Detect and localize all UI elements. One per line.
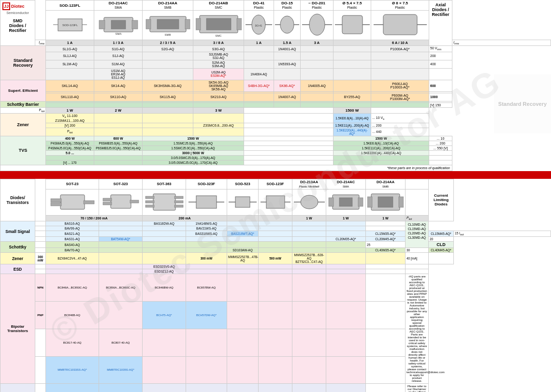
- qualification-row: *these parts are in process of qualifica…: [0, 165, 551, 171]
- svg-rect-7: [111, 20, 126, 29]
- bipolar-row4: MMBTRC1033SS-AQ* MMBTRC1035S-AQ*: [0, 356, 551, 384]
- draw-do201: [301, 11, 334, 40]
- tvs-row3: 3.0/5.0SMCJ5.0(A)...170(A)-AQ: [0, 155, 551, 160]
- sr-v1000-sma: S1M-AQ: [94, 60, 143, 68]
- bottom-pkg-drawings: [0, 189, 551, 215]
- tvs-3000: 5.0 ... 3000 | 5000 W 1.5KE220C(A)...440…: [0, 150, 551, 155]
- sod523-svg: [229, 190, 257, 214]
- bp-bc817: BC817-40-AQ: [46, 329, 99, 356]
- sr-v50-label: 50 Vrrm: [429, 46, 452, 52]
- bp-bc846a: BC846A...BC850C-AQ: [46, 274, 99, 302]
- svg-rect-15: [196, 18, 201, 30]
- sr-v600-sma: S1J-AQ: [94, 52, 143, 60]
- svg-text:SMB: SMB: [164, 33, 171, 36]
- sot23-svg: [48, 190, 97, 214]
- sr-v600-do201: [301, 52, 334, 60]
- svg-rect-39: [111, 195, 131, 208]
- zener-ke220: 1.5KE220(A)...440(A)-AQ*: [334, 128, 371, 136]
- sk-bas40: BAS40-AQ: [46, 242, 99, 248]
- tvs-1500w: 1500 W: [143, 136, 244, 141]
- shunt-regulator: Shunt Regulator MMTL431A-AQ* MMTL431AR-A…: [0, 384, 551, 392]
- cld-40-ma: 40 [mA]: [406, 253, 429, 264]
- bot-curr-1w1: 1 W: [292, 215, 326, 221]
- sr-v400-smb: S2G-AQ: [143, 46, 193, 52]
- sr-v1000-sod: SL1M-AQ: [46, 60, 94, 68]
- draw-sod323f: [186, 189, 227, 215]
- ss-bas31: BAS31-AQ BAT54W-AQ* CL20M35-AQ* CL20M45-…: [0, 237, 551, 242]
- bot-sot23: SOT-23: [46, 179, 99, 189]
- sma-drawing: SMA: [97, 12, 140, 38]
- draw-8x75: [371, 11, 429, 40]
- bp-bc856a: BC856A...BC860C-AQ: [99, 274, 143, 302]
- sr-eff-sod: [46, 68, 94, 80]
- logo-subtitle: Semiconductor: [2, 11, 33, 15]
- se-100-54: BY255-AQ: [334, 93, 371, 101]
- sr-v1000-smc: S2M-AQS3M-AQ: [193, 60, 244, 68]
- sk-sd103aw: SD103AW-AQ: [227, 248, 259, 253]
- esd-cat: ESD: [0, 264, 35, 274]
- svg-rect-12: [157, 19, 179, 29]
- svg-rect-47: [174, 196, 183, 199]
- sr-eff: US1M-AQER1M-AQES1J-AQ US2M-AQES3M-AQ* 1N…: [0, 68, 551, 80]
- sod123f-svg: [261, 190, 290, 214]
- sr-200-label: 200: [429, 52, 452, 60]
- tvs-p4smaj: P4SMAJ5.0(A)...550(A)-AQ: [46, 141, 94, 145]
- se-40-sod: SKL14-AQ: [46, 80, 94, 91]
- draw-sod123fl: SOD-123FL: [46, 11, 94, 40]
- svg-rect-43: [153, 194, 175, 210]
- 8x75-drawing: [374, 12, 427, 38]
- ss-bas31: BAS31-AQ: [46, 237, 99, 242]
- header-row: JJ Diotec Semiconductor SMDDiodes / Rect…: [0, 0, 551, 11]
- sot323-svg: [101, 190, 141, 214]
- sr-v600-smb: [143, 52, 193, 60]
- svg-rect-48: [174, 201, 183, 203]
- zener-prm: Ptot 1.5KE220(A)...440(A)-AQ* ... 440: [0, 128, 551, 136]
- sr-v600-8x75: [371, 52, 429, 60]
- diodes-transistors-cat: Diodes/Transistors: [0, 179, 35, 221]
- do41-drawing: DO-41: [246, 12, 272, 38]
- zener-prm-sod: Ptot: [46, 128, 94, 136]
- schottky-bot-cat: Schottky: [0, 242, 35, 253]
- pkg-sod123fl: SOD-123FL: [46, 0, 94, 11]
- tvs-1500w-right: 1500 W: [334, 136, 429, 141]
- svg-rect-46: [145, 205, 154, 207]
- zener-mmsz: MMMSZ2527B...628-AQBZT52C3...C47-AQ: [292, 253, 326, 264]
- pkg-54x75: Ø 5.4 × 7.5Plastic: [334, 0, 371, 11]
- small-signal-header: Small Signal BAS16-AQ BAS16DW-AQ 1N4148W…: [0, 221, 551, 226]
- sr-400-label: 400: [429, 60, 452, 68]
- svg-rect-17: [206, 18, 231, 30]
- draw-sod123f: [259, 189, 292, 215]
- se-40-do15: SK86-AQ*: [274, 80, 301, 91]
- sr-v600-54: [334, 52, 371, 60]
- svg-point-59: [301, 195, 318, 209]
- pkg-do214aa: DO-214AASMB: [143, 0, 193, 11]
- tvs-550-label: ... 550 [V]: [429, 145, 452, 150]
- svg-point-26: [309, 14, 325, 35]
- draw-smb: SMB: [143, 11, 193, 40]
- tvs-p6smb3: P6SMB3J5.0C(A)...550(CA)-AQ: [94, 145, 143, 150]
- draw-sot23: [46, 189, 99, 215]
- schottky-bot-row2: BAV70-AQ SD103AW-AQ CL40M35-AQ* 30 CL40M…: [0, 248, 551, 253]
- sk-cl40m35: CL40M35-AQ*: [366, 248, 406, 253]
- sr-v1000-8x75: [371, 60, 429, 68]
- sr-v600-do41: [244, 52, 274, 60]
- tvs-row1: P4SMAJ5.0(A)...550(A)-AQ P6SMB35.0(A)...…: [0, 141, 551, 145]
- tvs-ke68ca: 1.5KE6.8(A)...10(CA)-AQ: [334, 141, 429, 145]
- bp-bc857bw: BC857BW-AQ: [186, 274, 227, 302]
- sr-v1000-54: [334, 60, 371, 68]
- sr-eff-54: [334, 68, 371, 80]
- svg-rect-10: [146, 19, 151, 29]
- tvs-10-label: ... 10: [429, 136, 452, 141]
- esd3z12: ESD3Z12-AQ: [143, 269, 186, 274]
- bot-sod323f: SOD-323F: [186, 179, 227, 189]
- pkg-do15: DO-15Plastic: [274, 0, 301, 11]
- zener-200: [V] 200 Z3SMC6.8...200-AQ 1.5KE11(A)...2…: [0, 123, 551, 128]
- logo-icon: JJ: [2, 2, 10, 10]
- ss-bas16: BAS16-AQ: [46, 221, 99, 226]
- sod323f-svg: [188, 190, 225, 214]
- ptot-2w: 2 W: [94, 107, 143, 113]
- bottom-pkg-header: Diodes/Transistors SOT-23 SOT-323 SOT-36…: [0, 179, 551, 189]
- curr-label-right: Irms: [452, 40, 551, 46]
- zener-440-label: ... 440: [371, 128, 429, 136]
- logo-cell: JJ Diotec Semiconductor SMDDiodes / Rect…: [0, 0, 35, 46]
